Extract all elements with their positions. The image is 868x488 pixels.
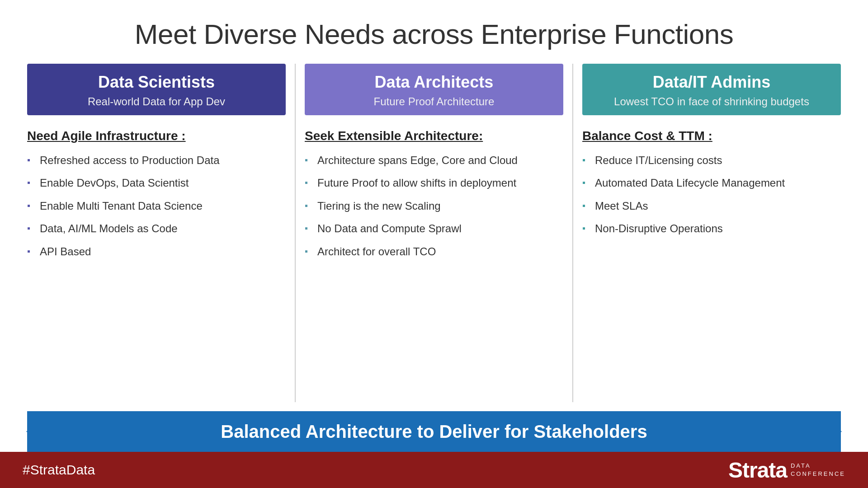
col-title-data-admins: Data/IT Admins [591, 73, 832, 92]
col-header-data-admins: Data/IT Admins Lowest TCO in face of shr… [582, 64, 841, 115]
bullet-item: Meet SLAs [582, 199, 841, 213]
bullet-item: Enable Multi Tenant Data Science [27, 199, 286, 213]
bullet-list-admins: Reduce IT/Licensing costs Automated Data… [582, 153, 841, 244]
bullet-list-scientists: Refreshed access to Production Data Enab… [27, 153, 286, 267]
bullet-item: API Based [27, 244, 286, 259]
footer: #StrataData Strata DATA CONFERENCE [0, 452, 868, 488]
bullet-item: Enable DevOps, Data Scientist [27, 176, 286, 190]
section-heading-admins: Balance Cost & TTM : [582, 129, 841, 143]
column-data-admins: Data/IT Admins Lowest TCO in face of shr… [573, 64, 850, 402]
bullet-item: Automated Data Lifecycle Management [582, 176, 841, 190]
col-header-data-scientists: Data Scientists Real-world Data for App … [27, 64, 286, 115]
strata-logo-subtitle: DATA CONFERENCE [791, 462, 845, 478]
strata-logo-sub1: DATA [791, 462, 811, 470]
footer-logo: Strata DATA CONFERENCE [728, 458, 845, 483]
footer-hashtag: #StrataData [23, 462, 95, 478]
bullet-item: Tiering is the new Scaling [305, 199, 563, 213]
col-subtitle-data-architects: Future Proof Architecture [374, 95, 495, 108]
bullet-item: No Data and Compute Sprawl [305, 221, 563, 236]
bullet-item: Reduce IT/Licensing costs [582, 153, 841, 168]
bullet-item: Architecture spans Edge, Core and Cloud [305, 153, 563, 168]
arrow-banner: Balanced Architecture to Deliver for Sta… [27, 411, 841, 452]
bullet-item: Data, AI/ML Models as Code [27, 221, 286, 236]
col-header-data-architects: Data Architects Future Proof Architectur… [305, 64, 563, 115]
col-subtitle-data-scientists: Real-world Data for App Dev [88, 95, 225, 108]
column-data-architects: Data Architects Future Proof Architectur… [296, 64, 572, 402]
section-heading-architects: Seek Extensible Architecture: [305, 129, 563, 143]
slide-container: Meet Diverse Needs across Enterprise Fun… [0, 0, 868, 488]
bullet-list-architects: Architecture spans Edge, Core and Cloud … [305, 153, 563, 267]
col-title-data-scientists: Data Scientists [36, 73, 277, 92]
bullet-item: Future Proof to allow shifts in deployme… [305, 176, 563, 190]
arrow-banner-text: Balanced Architecture to Deliver for Sta… [221, 422, 647, 442]
page-title: Meet Diverse Needs across Enterprise Fun… [27, 18, 841, 50]
strata-logo-name: Strata [728, 458, 787, 483]
col-title-data-architects: Data Architects [314, 73, 554, 92]
bullet-item: Architect for overall TCO [305, 244, 563, 259]
column-data-scientists: Data Scientists Real-world Data for App … [18, 64, 295, 402]
col-subtitle-data-admins: Lowest TCO in face of shrinking budgets [614, 95, 809, 108]
bullet-item: Refreshed access to Production Data [27, 153, 286, 168]
bullet-item: Non-Disruptive Operations [582, 221, 841, 236]
section-heading-scientists: Need Agile Infrastructure : [27, 129, 286, 143]
title-area: Meet Diverse Needs across Enterprise Fun… [0, 0, 868, 64]
strata-logo-sub2: CONFERENCE [791, 470, 845, 478]
columns-area: Data Scientists Real-world Data for App … [0, 64, 868, 407]
